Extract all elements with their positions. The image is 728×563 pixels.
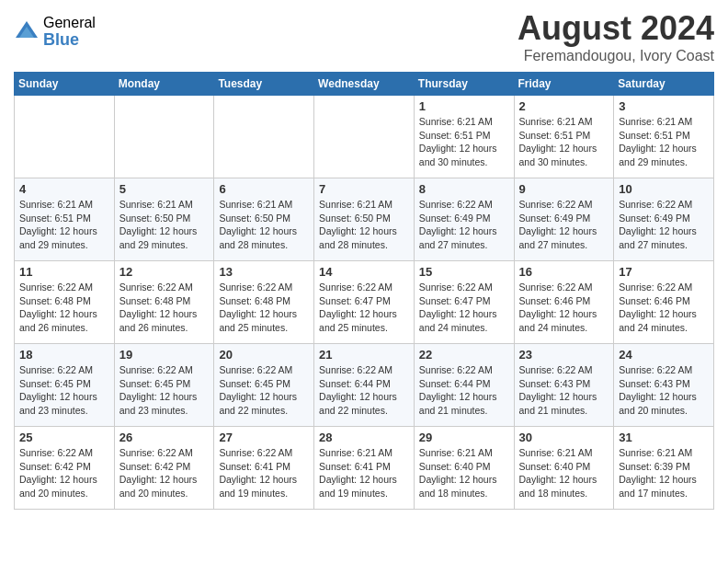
calendar-cell: 31Sunrise: 6:21 AM Sunset: 6:39 PM Dayli… [614, 427, 714, 510]
day-number: 24 [619, 348, 709, 362]
day-number: 18 [19, 348, 109, 362]
header-row: SundayMondayTuesdayWednesdayThursdayFrid… [15, 73, 714, 96]
day-info: Sunrise: 6:22 AM Sunset: 6:47 PM Dayligh… [319, 281, 409, 335]
calendar-cell: 10Sunrise: 6:22 AM Sunset: 6:49 PM Dayli… [614, 178, 714, 261]
day-info: Sunrise: 6:21 AM Sunset: 6:41 PM Dayligh… [319, 446, 409, 500]
day-info: Sunrise: 6:21 AM Sunset: 6:51 PM Dayligh… [619, 115, 709, 169]
header-sunday: Sunday [15, 73, 115, 96]
header-tuesday: Tuesday [214, 73, 314, 96]
day-number: 10 [619, 182, 709, 196]
calendar-cell: 29Sunrise: 6:21 AM Sunset: 6:40 PM Dayli… [414, 427, 514, 510]
month-year-title: August 2024 [518, 9, 714, 48]
calendar-cell: 21Sunrise: 6:22 AM Sunset: 6:44 PM Dayli… [314, 344, 415, 427]
header-thursday: Thursday [414, 73, 514, 96]
calendar-cell: 16Sunrise: 6:22 AM Sunset: 6:46 PM Dayli… [514, 261, 614, 344]
calendar-cell: 8Sunrise: 6:22 AM Sunset: 6:49 PM Daylig… [414, 178, 514, 261]
day-info: Sunrise: 6:21 AM Sunset: 6:50 PM Dayligh… [119, 198, 210, 252]
week-row-5: 25Sunrise: 6:22 AM Sunset: 6:42 PM Dayli… [15, 427, 714, 510]
calendar-cell: 20Sunrise: 6:22 AM Sunset: 6:45 PM Dayli… [214, 344, 314, 427]
calendar-cell: 12Sunrise: 6:22 AM Sunset: 6:48 PM Dayli… [114, 261, 214, 344]
day-number: 5 [119, 182, 210, 196]
day-info: Sunrise: 6:22 AM Sunset: 6:45 PM Dayligh… [19, 363, 109, 418]
day-info: Sunrise: 6:22 AM Sunset: 6:42 PM Dayligh… [19, 446, 109, 500]
day-info: Sunrise: 6:22 AM Sunset: 6:48 PM Dayligh… [219, 281, 309, 335]
day-info: Sunrise: 6:22 AM Sunset: 6:47 PM Dayligh… [419, 281, 509, 335]
day-info: Sunrise: 6:22 AM Sunset: 6:45 PM Dayligh… [119, 363, 210, 418]
week-row-1: 1Sunrise: 6:21 AM Sunset: 6:51 PM Daylig… [15, 96, 714, 178]
day-number: 23 [519, 348, 609, 362]
calendar-cell: 4Sunrise: 6:21 AM Sunset: 6:51 PM Daylig… [15, 178, 115, 261]
day-number: 2 [519, 99, 609, 113]
day-number: 31 [619, 431, 709, 444]
day-info: Sunrise: 6:21 AM Sunset: 6:40 PM Dayligh… [419, 446, 509, 500]
day-number: 28 [319, 431, 409, 444]
calendar-cell: 27Sunrise: 6:22 AM Sunset: 6:41 PM Dayli… [214, 427, 314, 510]
day-number: 29 [419, 431, 509, 444]
logo-icon [14, 19, 40, 45]
calendar-cell: 7Sunrise: 6:21 AM Sunset: 6:50 PM Daylig… [314, 178, 415, 261]
calendar-cell: 5Sunrise: 6:21 AM Sunset: 6:50 PM Daylig… [114, 178, 214, 261]
calendar-cell [214, 96, 314, 178]
day-info: Sunrise: 6:21 AM Sunset: 6:51 PM Dayligh… [19, 198, 109, 252]
week-row-3: 11Sunrise: 6:22 AM Sunset: 6:48 PM Dayli… [15, 261, 714, 344]
calendar-cell: 28Sunrise: 6:21 AM Sunset: 6:41 PM Dayli… [314, 427, 415, 510]
day-number: 26 [119, 431, 210, 444]
day-info: Sunrise: 6:21 AM Sunset: 6:39 PM Dayligh… [619, 446, 709, 500]
day-number: 3 [619, 99, 709, 113]
header-monday: Monday [114, 73, 214, 96]
day-info: Sunrise: 6:22 AM Sunset: 6:41 PM Dayligh… [219, 446, 309, 500]
day-info: Sunrise: 6:22 AM Sunset: 6:49 PM Dayligh… [619, 198, 709, 252]
week-row-2: 4Sunrise: 6:21 AM Sunset: 6:51 PM Daylig… [15, 178, 714, 261]
calendar-cell: 25Sunrise: 6:22 AM Sunset: 6:42 PM Dayli… [15, 427, 115, 510]
calendar-cell: 24Sunrise: 6:22 AM Sunset: 6:43 PM Dayli… [614, 344, 714, 427]
calendar-cell: 22Sunrise: 6:22 AM Sunset: 6:44 PM Dayli… [414, 344, 514, 427]
day-number: 9 [519, 182, 609, 196]
day-info: Sunrise: 6:22 AM Sunset: 6:48 PM Dayligh… [19, 281, 109, 335]
day-number: 20 [219, 348, 309, 362]
day-info: Sunrise: 6:22 AM Sunset: 6:45 PM Dayligh… [219, 363, 309, 418]
day-info: Sunrise: 6:22 AM Sunset: 6:43 PM Dayligh… [619, 363, 709, 418]
logo: General Blue [14, 15, 96, 49]
day-number: 14 [319, 265, 409, 279]
calendar-cell: 3Sunrise: 6:21 AM Sunset: 6:51 PM Daylig… [614, 96, 714, 178]
day-number: 6 [219, 182, 309, 196]
day-info: Sunrise: 6:22 AM Sunset: 6:48 PM Dayligh… [119, 281, 210, 335]
day-number: 12 [119, 265, 210, 279]
day-info: Sunrise: 6:22 AM Sunset: 6:46 PM Dayligh… [519, 281, 609, 335]
week-row-4: 18Sunrise: 6:22 AM Sunset: 6:45 PM Dayli… [15, 344, 714, 427]
day-number: 4 [19, 182, 109, 196]
day-info: Sunrise: 6:21 AM Sunset: 6:40 PM Dayligh… [519, 446, 609, 500]
calendar-cell: 11Sunrise: 6:22 AM Sunset: 6:48 PM Dayli… [15, 261, 115, 344]
calendar-table: SundayMondayTuesdayWednesdayThursdayFrid… [14, 72, 714, 510]
calendar-cell: 9Sunrise: 6:22 AM Sunset: 6:49 PM Daylig… [514, 178, 614, 261]
calendar-cell [15, 96, 115, 178]
day-number: 11 [19, 265, 109, 279]
day-info: Sunrise: 6:21 AM Sunset: 6:50 PM Dayligh… [219, 198, 309, 252]
location-subtitle: Feremandougou, Ivory Coast [518, 48, 714, 64]
header-saturday: Saturday [614, 73, 714, 96]
calendar-cell: 26Sunrise: 6:22 AM Sunset: 6:42 PM Dayli… [114, 427, 214, 510]
logo-text: General Blue [43, 15, 96, 49]
calendar-cell [314, 96, 415, 178]
day-number: 25 [19, 431, 109, 444]
calendar-cell: 23Sunrise: 6:22 AM Sunset: 6:43 PM Dayli… [514, 344, 614, 427]
day-info: Sunrise: 6:22 AM Sunset: 6:46 PM Dayligh… [619, 281, 709, 335]
day-number: 30 [519, 431, 609, 444]
day-info: Sunrise: 6:21 AM Sunset: 6:51 PM Dayligh… [519, 115, 609, 169]
calendar-cell: 14Sunrise: 6:22 AM Sunset: 6:47 PM Dayli… [314, 261, 415, 344]
calendar-cell: 18Sunrise: 6:22 AM Sunset: 6:45 PM Dayli… [15, 344, 115, 427]
day-number: 7 [319, 182, 409, 196]
calendar-cell: 30Sunrise: 6:21 AM Sunset: 6:40 PM Dayli… [514, 427, 614, 510]
calendar-cell: 19Sunrise: 6:22 AM Sunset: 6:45 PM Dayli… [114, 344, 214, 427]
day-number: 21 [319, 348, 409, 362]
day-number: 27 [219, 431, 309, 444]
header-wednesday: Wednesday [314, 73, 415, 96]
logo-blue: Blue [43, 31, 96, 50]
header-friday: Friday [514, 73, 614, 96]
day-number: 19 [119, 348, 210, 362]
day-info: Sunrise: 6:21 AM Sunset: 6:50 PM Dayligh… [319, 198, 409, 252]
day-info: Sunrise: 6:22 AM Sunset: 6:42 PM Dayligh… [119, 446, 210, 500]
day-info: Sunrise: 6:22 AM Sunset: 6:49 PM Dayligh… [519, 198, 609, 252]
day-number: 17 [619, 265, 709, 279]
day-number: 1 [419, 99, 509, 113]
